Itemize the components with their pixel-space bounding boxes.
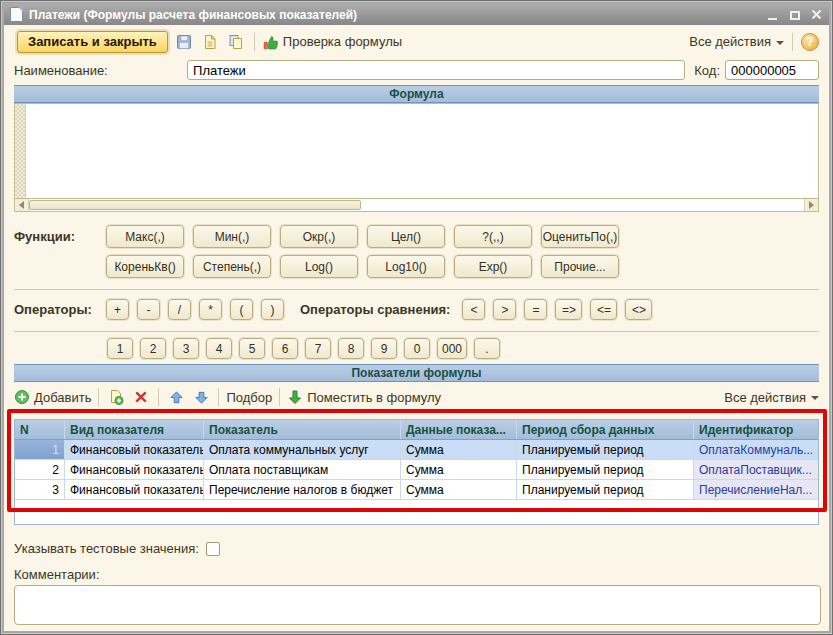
- cell-row-number[interactable]: 2: [15, 460, 65, 479]
- operator-less-equal-button[interactable]: <=: [590, 299, 617, 320]
- column-header-n[interactable]: N: [15, 420, 65, 439]
- column-header-kind[interactable]: Вид показателя: [65, 420, 204, 439]
- digit-2-button[interactable]: 2: [140, 338, 166, 359]
- reread-button[interactable]: [200, 32, 220, 52]
- cell-data[interactable]: Сумма: [401, 480, 517, 499]
- editor-gutter: [15, 104, 26, 198]
- table-row-3[interactable]: 3 Финансовый показатель Перечисление нал…: [15, 480, 818, 500]
- cell-indicator[interactable]: Оплата коммунальных услуг: [204, 440, 401, 459]
- triangle-right-icon: [809, 201, 814, 209]
- cell-kind[interactable]: Финансовый показатель: [65, 480, 204, 499]
- operator-greater-button[interactable]: >: [493, 299, 516, 320]
- scroll-right-button[interactable]: [804, 199, 818, 211]
- decimal-point-button[interactable]: .: [474, 338, 500, 359]
- comments-textarea[interactable]: [14, 585, 821, 625]
- formula-horizontal-scrollbar[interactable]: [14, 198, 819, 212]
- copy-row-button[interactable]: [106, 387, 126, 407]
- window-titlebar[interactable]: Платежи (Формулы расчета финансовых пока…: [4, 4, 829, 25]
- cell-row-number[interactable]: 1: [15, 440, 65, 459]
- operator-divide-button[interactable]: /: [168, 299, 191, 320]
- digit-9-button[interactable]: 9: [371, 338, 397, 359]
- functions-row-1: Функции: Макс(,) Мин(,) Окр(,) Цел() ?(,…: [14, 225, 819, 248]
- name-input[interactable]: [187, 60, 685, 80]
- cell-kind[interactable]: Финансовый показатель: [65, 440, 204, 459]
- add-row-button[interactable]: Добавить: [14, 389, 91, 405]
- operator-plus-button[interactable]: +: [106, 299, 129, 320]
- check-formula-button[interactable]: Проверка формулы: [263, 34, 402, 50]
- yellow-document-icon: [202, 34, 218, 50]
- digit-0-button[interactable]: 0: [404, 338, 430, 359]
- move-down-button[interactable]: [191, 387, 211, 407]
- operator-close-paren-button[interactable]: ): [261, 299, 284, 320]
- all-actions-button[interactable]: Все действия: [689, 34, 784, 49]
- help-button[interactable]: ?: [801, 33, 819, 51]
- column-header-indicator[interactable]: Показатель: [204, 420, 401, 439]
- function-int-button[interactable]: Цел(): [367, 225, 445, 248]
- column-header-identifier[interactable]: Идентификатор: [694, 420, 818, 439]
- operator-not-equal-button[interactable]: <>: [625, 299, 652, 320]
- cell-period[interactable]: Планируемый период: [517, 440, 694, 459]
- function-sqrt-button[interactable]: КореньКв(): [106, 255, 184, 278]
- delete-row-button[interactable]: [131, 387, 151, 407]
- maximize-button[interactable]: [788, 9, 801, 20]
- minimize-button[interactable]: [766, 9, 779, 20]
- copy-button[interactable]: [226, 32, 246, 52]
- cell-indicator[interactable]: Перечисление налогов в бюджет: [204, 480, 401, 499]
- toolbar-separator: [158, 388, 159, 406]
- close-button[interactable]: [810, 9, 823, 20]
- function-round-button[interactable]: Окр(,): [280, 225, 358, 248]
- function-max-button[interactable]: Макс(,): [106, 225, 184, 248]
- table-row-2[interactable]: 2 Финансовый показатель Оплата поставщик…: [15, 460, 818, 480]
- cell-identifier[interactable]: ОплатаПоставщик...: [694, 460, 818, 479]
- digit-5-button[interactable]: 5: [239, 338, 265, 359]
- cell-identifier[interactable]: ПеречислениеНал...: [694, 480, 818, 499]
- cell-identifier[interactable]: ОплатаКоммуналь...: [694, 440, 818, 459]
- function-other-button[interactable]: Прочие...: [541, 255, 619, 278]
- operator-less-button[interactable]: <: [462, 299, 485, 320]
- move-up-button[interactable]: [166, 387, 186, 407]
- cell-period[interactable]: Планируемый период: [517, 460, 694, 479]
- function-ternary-button[interactable]: ?(,,): [454, 225, 532, 248]
- function-exp-button[interactable]: Exp(): [454, 255, 532, 278]
- digit-8-button[interactable]: 8: [338, 338, 364, 359]
- cell-data[interactable]: Сумма: [401, 440, 517, 459]
- cell-period[interactable]: Планируемый период: [517, 480, 694, 499]
- operator-equal-button[interactable]: =: [524, 299, 547, 320]
- cell-data[interactable]: Сумма: [401, 460, 517, 479]
- operator-greater-equal-button[interactable]: =>: [555, 299, 582, 320]
- code-input[interactable]: [725, 60, 819, 80]
- table-all-actions-button[interactable]: Все действия: [724, 390, 819, 405]
- save-button[interactable]: [174, 32, 194, 52]
- function-log10-button[interactable]: Log10(): [367, 255, 445, 278]
- digit-000-button[interactable]: 000: [437, 338, 467, 359]
- table-all-actions-label: Все действия: [724, 390, 806, 405]
- digit-1-button[interactable]: 1: [107, 338, 133, 359]
- function-power-button[interactable]: Степень(,): [193, 255, 271, 278]
- cell-kind[interactable]: Финансовый показатель: [65, 460, 204, 479]
- column-header-data[interactable]: Данные показа...: [401, 420, 517, 439]
- formula-text-area[interactable]: [26, 104, 818, 198]
- test-values-checkbox[interactable]: [206, 542, 220, 556]
- cell-row-number[interactable]: 3: [15, 480, 65, 499]
- scroll-left-button[interactable]: [15, 199, 29, 211]
- copy-pages-icon: [228, 34, 244, 50]
- operator-open-paren-button[interactable]: (: [230, 299, 253, 320]
- operator-multiply-button[interactable]: *: [199, 299, 222, 320]
- function-evaluate-button[interactable]: ОценитьПо(,): [541, 225, 619, 248]
- table-row-1[interactable]: 1 Финансовый показатель Оплата коммуналь…: [15, 440, 818, 460]
- test-values-label: Указывать тестовые значения:: [14, 541, 199, 556]
- digit-3-button[interactable]: 3: [173, 338, 199, 359]
- function-min-button[interactable]: Мин(,): [193, 225, 271, 248]
- operator-minus-button[interactable]: -: [137, 299, 160, 320]
- cell-indicator[interactable]: Оплата поставщикам: [204, 460, 401, 479]
- digit-4-button[interactable]: 4: [206, 338, 232, 359]
- digit-7-button[interactable]: 7: [305, 338, 331, 359]
- save-and-close-button[interactable]: Записать и закрыть: [17, 31, 168, 53]
- pick-button[interactable]: Подбор: [226, 390, 272, 405]
- column-header-period[interactable]: Период сбора данных: [517, 420, 694, 439]
- formula-editor[interactable]: [14, 103, 819, 198]
- scrollbar-thumb[interactable]: [29, 200, 361, 210]
- function-log-button[interactable]: Log(): [280, 255, 358, 278]
- digit-6-button[interactable]: 6: [272, 338, 298, 359]
- place-in-formula-button[interactable]: Поместить в формулу: [287, 389, 441, 405]
